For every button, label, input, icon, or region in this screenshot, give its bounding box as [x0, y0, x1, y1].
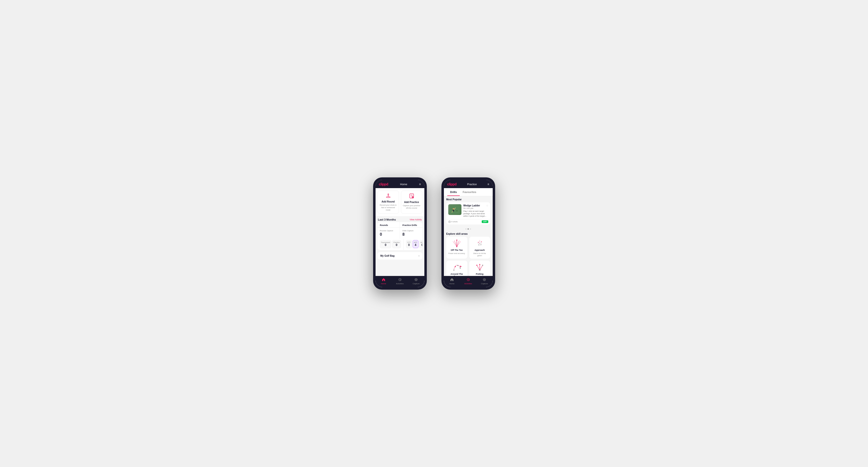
svg-point-15 [453, 208, 454, 210]
my-golf-bag-label: My Golf Bag [380, 254, 395, 257]
arg-value: 0 [421, 243, 423, 247]
tournament-stat: Tournament 0 [380, 240, 392, 248]
drill-footer: 9 shots APP [446, 219, 490, 224]
view-activity-link[interactable]: View Activity [410, 218, 422, 221]
app-badge: APP [482, 220, 488, 223]
rounds-capture-value: 0 [380, 232, 398, 237]
rounds-capture-label: Rounds Capture [380, 229, 398, 232]
svg-point-13 [456, 210, 458, 212]
around-the-green-title: Around The Green [448, 273, 465, 276]
approach-icon [475, 239, 485, 248]
rounds-title: Rounds [377, 222, 400, 228]
home-header-title: Home [400, 183, 407, 186]
drill-thumbnail [448, 204, 461, 215]
practice-tabs: Drills Favourites [444, 188, 493, 196]
skill-off-the-tee[interactable]: Off The Tee Power and accuracy [446, 237, 467, 259]
svg-line-18 [450, 222, 450, 222]
app-value: 4 [414, 243, 417, 247]
phones-container: clippd Home ≡ [373, 177, 495, 290]
svg-point-24 [456, 246, 457, 247]
ott-stat: OTT 0 [406, 240, 412, 248]
add-practice-desc: Capture your practice off-the-course [403, 205, 421, 209]
practice-header: clippd Practice ≡ [444, 180, 493, 188]
nav-activities[interactable]: Activities [392, 278, 408, 285]
drill-thumb-image [448, 204, 461, 215]
drill-card-wedge-ladder[interactable]: Wedge Ladder 50–100 yds ☆ Play 1 shot at… [446, 202, 490, 224]
practice-drills-title: Practice Drills [400, 222, 423, 228]
stats-titles-row: Rounds Practice Drills [377, 222, 423, 228]
off-the-tee-title: Off The Tee [451, 249, 463, 251]
my-golf-bag[interactable]: My Golf Bag › [377, 252, 423, 259]
svg-point-28 [479, 243, 480, 244]
svg-marker-39 [460, 266, 462, 267]
phone-home: clippd Home ≡ [373, 177, 427, 290]
tab-favourites[interactable]: Favourites [460, 188, 479, 196]
stats-sub-row: Tournament 0 Practice 0 [377, 239, 423, 250]
home-nav-label: Home [381, 283, 386, 285]
practice-home-nav-label: Home [449, 283, 454, 285]
dot-1 [465, 228, 467, 229]
approach-desc: Dial-in to hit the green [471, 252, 488, 257]
add-practice-card[interactable]: Add Practice Capture your practice off-t… [401, 191, 423, 214]
app-label: APP [414, 242, 417, 243]
drill-star-icon[interactable]: ☆ [486, 204, 488, 207]
practice-activities-nav-icon [467, 278, 470, 282]
ott-value: 0 [407, 243, 411, 247]
stats-card: Rounds Practice Drills Rounds Capture 0 … [377, 222, 423, 250]
logo: clippd [379, 182, 388, 186]
shots-count: 9 shots [452, 221, 458, 223]
most-popular-section: Most Popular [444, 196, 493, 227]
drills-capture-value: 8 [402, 232, 420, 237]
svg-point-32 [478, 245, 479, 245]
last3months-header: Last 3 Months View Activity [376, 216, 424, 222]
shots-icon [448, 221, 451, 223]
practice-capture-nav-label: Capture [481, 283, 488, 285]
drill-card-inner: Wedge Ladder 50–100 yds ☆ Play 1 shot at… [446, 202, 490, 219]
svg-rect-12 [450, 206, 460, 214]
practice-nav-capture[interactable]: Capture [476, 278, 493, 285]
svg-point-43 [479, 264, 480, 265]
home-header: clippd Home ≡ [376, 180, 424, 188]
putting-title: Putting [476, 273, 484, 275]
phone-practice: clippd Practice ≡ Drills Favourites Most… [441, 177, 495, 290]
tab-drills[interactable]: Drills [447, 188, 460, 196]
skill-around-the-green[interactable]: Around The Green Hone your short game [446, 260, 467, 276]
add-round-title: Add Round [382, 200, 395, 203]
svg-point-31 [480, 245, 481, 245]
nav-capture[interactable]: Capture [408, 278, 424, 285]
add-round-card[interactable]: Add Round Record your shots in fast or e… [377, 191, 399, 214]
add-practice-icon [409, 193, 414, 200]
tournament-value: 0 [381, 243, 390, 247]
practice-content: Most Popular [444, 196, 493, 276]
action-cards: Add Round Record your shots in fast or e… [376, 188, 424, 216]
chevron-right-icon: › [418, 254, 419, 257]
arg-label: ARG [421, 242, 423, 243]
practice-label: Practice [393, 242, 400, 243]
explore-label: Explore skill areas [444, 231, 493, 237]
practice-activities-nav-label: Activities [464, 283, 472, 285]
skill-putting[interactable]: Putting Make and lag practice [469, 260, 490, 276]
most-popular-label: Most Popular [446, 198, 490, 201]
practice-nav-activities[interactable]: Activities [460, 278, 476, 285]
svg-point-35 [455, 266, 456, 267]
ott-label: OTT [407, 242, 411, 243]
app-stat: APP 4 [413, 240, 418, 248]
practice-stat: Practice 0 [392, 240, 401, 248]
practice-nav-home[interactable]: Home [444, 278, 460, 285]
phone-home-screen: clippd Home ≡ [376, 180, 424, 287]
svg-point-34 [454, 270, 454, 271]
nav-home[interactable]: Home [376, 278, 392, 285]
last3months-label: Last 3 Months [378, 218, 396, 221]
drill-desc: Play 1 shot at each target yardage. If y… [463, 210, 488, 217]
practice-menu-icon[interactable]: ≡ [487, 183, 489, 186]
phone-practice-screen: clippd Practice ≡ Drills Favourites Most… [444, 180, 493, 287]
skill-grid: Off The Tee Power and accuracy [444, 237, 493, 276]
home-nav-icon [382, 278, 385, 282]
activities-nav-label: Activities [396, 283, 404, 285]
skill-approach[interactable]: Approach Dial-in to hit the green [469, 237, 490, 259]
add-practice-title: Add Practice [404, 201, 419, 204]
svg-point-29 [478, 242, 478, 243]
drill-info: Wedge Ladder 50–100 yds ☆ Play 1 shot at… [463, 204, 488, 217]
add-round-desc: Record your shots in fast or enhanced mo… [379, 204, 397, 211]
menu-icon[interactable]: ≡ [419, 183, 421, 186]
